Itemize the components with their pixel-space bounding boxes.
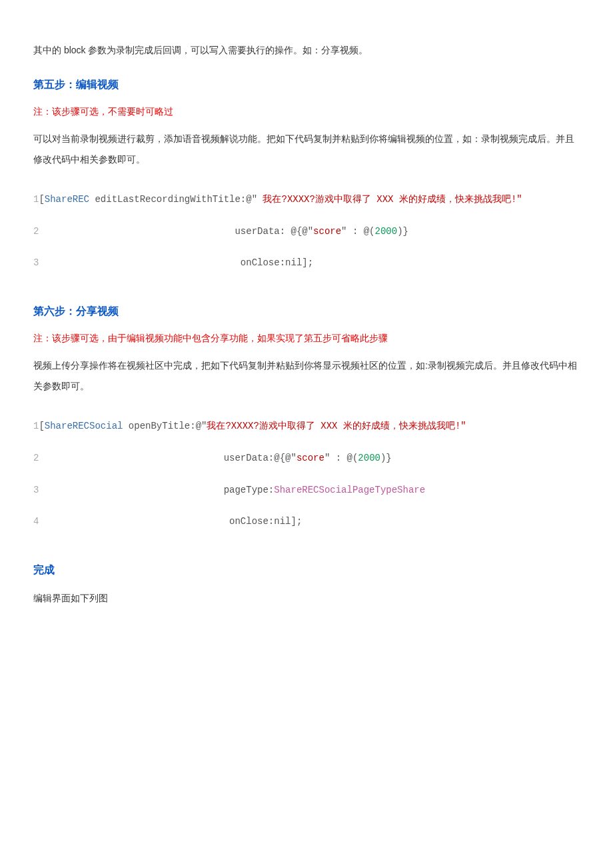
code-line: 3 pageType:ShareRECSocialPageTypeShare	[33, 483, 580, 499]
step5-code-block: 1[ShareREC editLastRecordingWithTitle:@"…	[33, 176, 580, 287]
code-line: 1[ShareRECSocial openByTitle:@"我在?XXXX?游…	[33, 419, 580, 435]
code-line: 2 userData:@{@"score" : @(2000)}	[33, 451, 580, 467]
step6-note: 注：该步骤可选，由于编辑视频功能中包含分享功能，如果实现了第五步可省略此步骤	[33, 328, 580, 349]
step6-code-block: 1[ShareRECSocial openByTitle:@"我在?XXXX?游…	[33, 403, 580, 546]
code-line: 3 onClose:nil];	[33, 255, 580, 271]
code-line: 2 userData: @{@"score" : @(2000)}	[33, 224, 580, 240]
step6-heading: 第六步：分享视频	[33, 299, 580, 323]
step5-desc: 可以对当前录制视频进行裁剪，添加语音视频解说功能。把如下代码复制并粘贴到你将编辑…	[33, 129, 580, 170]
step5-note: 注：该步骤可选，不需要时可略过	[33, 101, 580, 122]
code-line: 4 onClose:nil];	[33, 514, 580, 530]
done-heading: 完成	[33, 558, 580, 581]
done-desc: 编辑界面如下列图	[33, 588, 580, 609]
intro-paragraph: 其中的 block 参数为录制完成后回调，可以写入需要执行的操作。如：分享视频。	[33, 40, 580, 61]
step5-heading: 第五步：编辑视频	[33, 73, 580, 96]
code-line: 1[ShareREC editLastRecordingWithTitle:@"…	[33, 192, 580, 208]
step6-desc: 视频上传分享操作将在视频社区中完成，把如下代码复制并粘贴到你将显示视频社区的位置…	[33, 355, 580, 397]
